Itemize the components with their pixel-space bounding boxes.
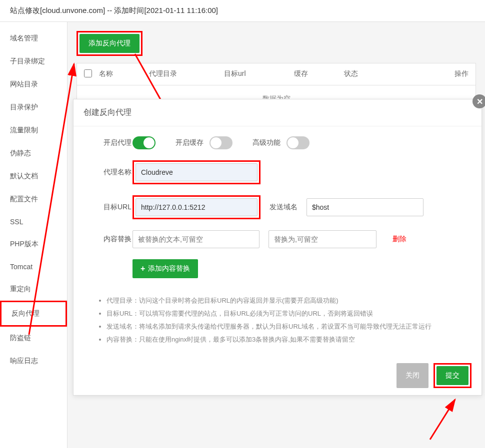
sidebar-item-responselog[interactable]: 响应日志	[0, 350, 67, 373]
col-cache: 缓存	[294, 69, 344, 79]
send-domain-input[interactable]	[306, 198, 424, 216]
add-reverse-proxy-button[interactable]: 添加反向代理	[80, 34, 140, 53]
label-enable-cache: 开启缓存	[176, 138, 204, 147]
label-content-replace: 内容替换	[88, 235, 132, 244]
sidebar: 域名管理 子目录绑定 网站目录 目录保护 流量限制 伪静态 默认文档 配置文件 …	[0, 22, 68, 448]
toggle-enable-proxy[interactable]	[132, 136, 156, 149]
help-item: 发送域名：将域名添加到请求头传递给代理服务器，默认为目标URL域名，若设置不当可…	[106, 320, 462, 333]
proxy-name-input[interactable]	[136, 163, 258, 181]
sidebar-item-reverseproxy[interactable]: 反向代理	[0, 301, 67, 327]
toggle-advanced[interactable]	[286, 136, 310, 149]
replace-to-input[interactable]	[268, 230, 376, 248]
sidebar-item-webdir[interactable]: 网站目录	[0, 73, 67, 96]
col-name: 名称	[99, 69, 149, 79]
delete-replace-link[interactable]: 删除	[392, 235, 406, 244]
add-content-replace-button[interactable]: + 添加内容替换	[132, 259, 198, 278]
toggle-enable-cache[interactable]	[210, 136, 232, 149]
col-ops: 操作	[444, 69, 468, 79]
sidebar-item-config[interactable]: 配置文件	[0, 188, 67, 211]
sidebar-item-php[interactable]: PHP版本	[0, 233, 67, 256]
help-item: 目标URL：可以填写你需要代理的站点，目标URL必须为可正常访问的URL，否则将…	[106, 307, 462, 320]
target-url-input[interactable]	[136, 198, 258, 216]
sidebar-item-tomcat[interactable]: Tomcat	[0, 256, 67, 278]
page-title: 站点修改[cloud.unvone.com] -- 添加时间[2021-01-1…	[0, 0, 485, 22]
col-dir: 代理目录	[149, 69, 224, 79]
modal-close-button[interactable]: 关闭	[396, 363, 428, 388]
help-list: 代理目录：访问这个目录时将会把目标URL的内容返回并显示(需要开启高级功能) 目…	[88, 289, 466, 351]
label-proxy-name: 代理名称	[88, 168, 132, 177]
col-status: 状态	[344, 69, 444, 79]
sidebar-item-hotlink[interactable]: 防盗链	[0, 327, 67, 350]
sidebar-item-traffic[interactable]: 流量限制	[0, 119, 67, 142]
help-item: 代理目录：访问这个目录时将会把目标URL的内容返回并显示(需要开启高级功能)	[106, 294, 462, 307]
sidebar-item-dirprotect[interactable]: 目录保护	[0, 96, 67, 119]
sidebar-item-subdir[interactable]: 子目录绑定	[0, 50, 67, 73]
sidebar-item-domain[interactable]: 域名管理	[0, 27, 67, 50]
select-all-checkbox[interactable]	[84, 69, 92, 77]
col-url: 目标url	[224, 69, 294, 79]
sidebar-item-ssl[interactable]: SSL	[0, 211, 67, 233]
modal-title: 创建反向代理	[74, 99, 482, 126]
sidebar-item-defaultdoc[interactable]: 默认文档	[0, 165, 67, 188]
replace-from-input[interactable]	[132, 230, 260, 248]
label-send-domain: 发送域名	[270, 203, 298, 212]
sidebar-item-redirect[interactable]: 重定向	[0, 278, 67, 301]
label-target-url: 目标URL	[88, 203, 132, 212]
help-item: 内容替换：只能在使用nginx时提供，最多可以添加3条替换内容,如果不需要替换请…	[106, 333, 462, 346]
plus-icon: +	[140, 264, 145, 273]
sidebar-item-rewrite[interactable]: 伪静态	[0, 142, 67, 165]
add-replace-label: 添加内容替换	[148, 264, 190, 273]
modal-submit-button[interactable]: 提交	[436, 366, 468, 385]
label-advanced: 高级功能	[252, 138, 280, 147]
label-enable-proxy: 开启代理	[88, 138, 132, 147]
close-icon[interactable]: ✕	[472, 94, 485, 108]
create-proxy-modal: ✕ 创建反向代理 开启代理 开启缓存 高级功能 代理名称	[73, 99, 482, 396]
